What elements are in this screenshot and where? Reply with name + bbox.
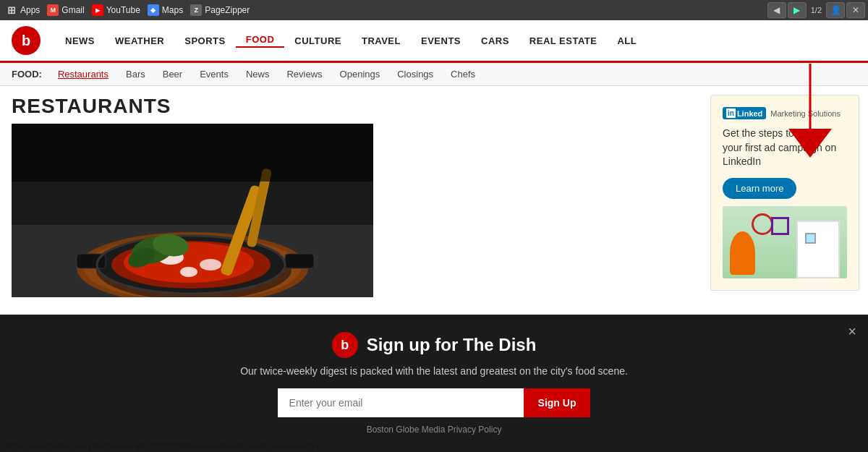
site-wrapper: b NEWS WEATHER SPORTS FOOD CULTURE TRAVE…: [0, 20, 868, 452]
subnav-news[interactable]: News: [237, 69, 278, 80]
sub-navigation: FOOD: Restaurants Bars Beer Events News …: [0, 63, 868, 86]
linkedin-logo: in Linked: [723, 107, 766, 119]
person-button[interactable]: 👤: [826, 2, 845, 18]
apps-shortcut[interactable]: ⊞ Apps: [6, 4, 40, 16]
subnav-label: FOOD:: [12, 69, 42, 80]
overlay-title: Sign up for The Dish: [367, 335, 537, 355]
email-input[interactable]: [278, 388, 524, 417]
overlay-header: b Sign up for The Dish: [17, 332, 851, 358]
subnav-bars[interactable]: Bars: [117, 69, 154, 80]
subnav-closings[interactable]: Closings: [388, 69, 442, 80]
nav-travel[interactable]: TRAVEL: [352, 35, 411, 46]
subnav-beer[interactable]: Beer: [154, 69, 191, 80]
learn-more-button[interactable]: Learn more: [723, 178, 796, 199]
email-signup-overlay: × b Sign up for The Dish Our twice-weekl…: [0, 315, 868, 452]
close-ext-button[interactable]: ✕: [846, 2, 865, 18]
nav-news[interactable]: NEWS: [55, 35, 105, 46]
ad-illustration: [723, 206, 847, 278]
linkedin-header: in Linked Marketing Solutions: [723, 107, 847, 119]
browser-toolbar: ⊞ Apps M Gmail ▶ YouTube ◆ Maps Z PageZi…: [0, 0, 868, 20]
food-image: [12, 124, 373, 297]
gmail-label: Gmail: [61, 5, 84, 15]
subnav-reviews[interactable]: Reviews: [278, 69, 331, 80]
pagezipper-shortcut[interactable]: Z PageZipper: [190, 4, 250, 16]
nav-all[interactable]: ALL: [607, 35, 647, 46]
pagezipper-icon: Z: [190, 4, 202, 16]
subnav-restaurants[interactable]: Restaurants: [49, 69, 117, 80]
ad-building: [796, 221, 840, 278]
main-content: RESTAURANTS: [0, 86, 702, 299]
nav-food[interactable]: FOOD: [236, 34, 285, 48]
forward-button[interactable]: ▶: [788, 2, 807, 18]
signup-button[interactable]: Sign Up: [524, 388, 591, 417]
youtube-shortcut[interactable]: ▶ YouTube: [92, 4, 140, 16]
apps-icon: ⊞: [6, 4, 17, 16]
browser-nav-controls: ◀ ▶ 1/2 👤 ✕: [767, 0, 868, 20]
nav-weather[interactable]: WEATHER: [105, 35, 174, 46]
back-button[interactable]: ◀: [767, 2, 786, 18]
sidebar: in Linked Marketing Solutions Get the st…: [702, 86, 868, 299]
nav-real-estate[interactable]: REAL ESTATE: [519, 35, 608, 46]
apps-label: Apps: [20, 5, 40, 15]
ad-square-shape: [771, 217, 789, 235]
food-illustration: [12, 124, 373, 297]
maps-icon: ◆: [148, 4, 159, 16]
subnav-events[interactable]: Events: [191, 69, 237, 80]
overlay-description: Our twice-weekly digest is packed with t…: [17, 365, 851, 377]
svg-point-12: [200, 259, 221, 270]
ad-body-text: Get the steps to launch your first ad ca…: [723, 127, 847, 169]
ad-circle-shape: [752, 213, 773, 235]
linkedin-brand: Linked: [737, 109, 762, 118]
gmail-icon: M: [47, 4, 59, 16]
svg-rect-7: [285, 254, 314, 268]
pagezipper-label: PageZipper: [205, 5, 250, 15]
nav-events[interactable]: EVENTS: [411, 35, 471, 46]
gmail-shortcut[interactable]: M Gmail: [47, 4, 84, 16]
subnav-openings[interactable]: Openings: [331, 69, 389, 80]
svg-rect-19: [12, 124, 373, 182]
ad-window: [805, 233, 816, 244]
nav-culture[interactable]: CULTURE: [284, 35, 352, 46]
page-title: RESTAURANTS: [0, 86, 702, 124]
ad-person-figure: [730, 231, 755, 275]
youtube-label: YouTube: [106, 5, 140, 15]
privacy-policy-link[interactable]: Boston Globe Media Privacy Policy: [17, 425, 851, 435]
content-area: RESTAURANTS: [0, 86, 868, 299]
overlay-logo: b: [332, 332, 358, 358]
page-counter: 1/2: [808, 6, 825, 14]
subnav-chefs[interactable]: Chefs: [442, 69, 484, 80]
site-header: b NEWS WEATHER SPORTS FOOD CULTURE TRAVE…: [0, 20, 868, 63]
linkedin-ad: in Linked Marketing Solutions Get the st…: [710, 95, 859, 291]
youtube-icon: ▶: [92, 4, 103, 16]
ad-marketing-label: Marketing Solutions: [770, 109, 841, 118]
maps-label: Maps: [162, 5, 183, 15]
svg-point-13: [180, 267, 197, 277]
nav-sports[interactable]: SPORTS: [174, 35, 235, 46]
email-form: Sign Up: [17, 388, 851, 417]
nav-cars[interactable]: CARS: [471, 35, 519, 46]
maps-shortcut[interactable]: ◆ Maps: [148, 4, 183, 16]
site-logo[interactable]: b: [12, 26, 41, 55]
main-navigation: NEWS WEATHER SPORTS FOOD CULTURE TRAVEL …: [55, 34, 647, 48]
overlay-close-button[interactable]: ×: [848, 323, 856, 340]
